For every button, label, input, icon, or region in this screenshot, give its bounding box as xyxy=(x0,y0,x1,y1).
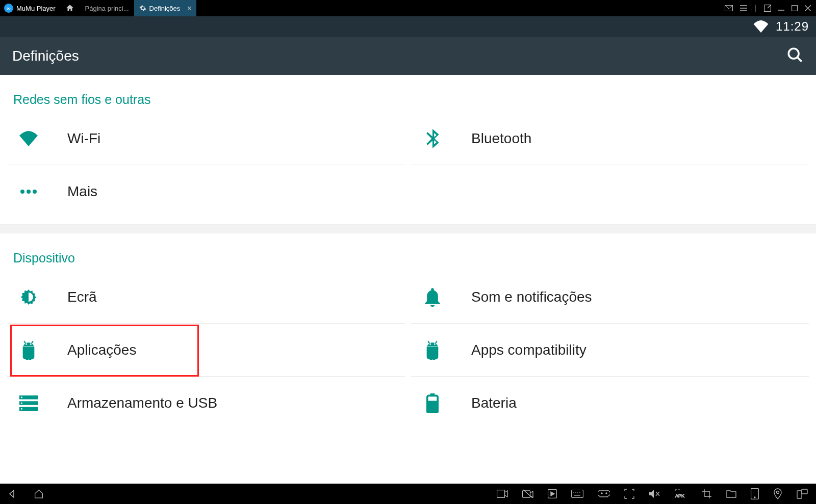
settings-item-wifi[interactable]: Wi-Fi xyxy=(7,112,405,165)
settings-item-label: Som e notificações xyxy=(471,289,592,305)
home-icon[interactable] xyxy=(60,4,80,13)
tab-home-label: Página princi... xyxy=(85,5,129,12)
settings-content: Redes sem fios e outras Wi-Fi Bluetooth xyxy=(0,75,816,484)
tab-close-icon[interactable]: × xyxy=(187,4,191,12)
svg-text:APK: APK xyxy=(675,493,684,498)
settings-item-label: Ecrã xyxy=(67,289,97,305)
app-bar: Definições xyxy=(0,37,816,75)
android-icon xyxy=(421,340,444,360)
svg-rect-47 xyxy=(802,489,807,494)
android-icon xyxy=(17,340,40,360)
settings-item-label: Wi-Fi xyxy=(67,130,100,147)
maximize-icon[interactable] xyxy=(792,5,798,11)
window-controls xyxy=(725,5,816,12)
svg-point-11 xyxy=(20,190,24,194)
storage-icon xyxy=(17,395,40,411)
battery-icon xyxy=(421,393,444,413)
svg-rect-27 xyxy=(497,490,505,498)
location-icon[interactable] xyxy=(773,488,782,499)
gear-icon xyxy=(139,5,146,12)
svg-point-17 xyxy=(434,343,436,344)
settings-item-apps[interactable]: Aplicações xyxy=(7,324,405,377)
camera-off-icon[interactable] xyxy=(522,489,533,498)
svg-line-10 xyxy=(797,57,802,62)
section-header-network: Redes sem fios e outras xyxy=(0,80,816,112)
nav-home-icon[interactable] xyxy=(34,489,44,498)
section-device: Dispositivo Ecrã Som e notificações xyxy=(0,233,816,436)
keyboard-icon[interactable] xyxy=(571,490,583,498)
section-header-device: Dispositivo xyxy=(0,238,816,271)
separator xyxy=(755,5,756,12)
settings-item-storage[interactable]: Armazenamento e USB xyxy=(7,377,405,430)
minimize-icon[interactable] xyxy=(778,5,784,11)
close-icon[interactable] xyxy=(805,5,811,11)
video-icon[interactable] xyxy=(497,490,508,498)
svg-point-9 xyxy=(788,48,799,59)
svg-point-14 xyxy=(26,343,27,344)
rotate-icon[interactable] xyxy=(797,489,808,499)
svg-rect-6 xyxy=(792,6,798,11)
settings-item-label: Mais xyxy=(67,183,97,200)
tab-home[interactable]: Página princi... xyxy=(80,0,134,16)
svg-point-44 xyxy=(754,497,755,498)
focus-icon[interactable] xyxy=(624,489,634,499)
section-network: Redes sem fios e outras Wi-Fi Bluetooth xyxy=(0,75,816,224)
svg-point-22 xyxy=(21,403,22,404)
status-time: 11:29 xyxy=(776,19,809,34)
search-icon[interactable] xyxy=(786,46,804,66)
gamepad-icon[interactable] xyxy=(598,490,610,498)
settings-item-label: Bluetooth xyxy=(471,130,531,147)
more-icon xyxy=(17,189,40,194)
play-icon[interactable] xyxy=(548,489,557,498)
svg-point-23 xyxy=(21,408,22,410)
svg-point-45 xyxy=(777,491,779,494)
volume-mute-icon[interactable] xyxy=(649,489,660,498)
svg-rect-46 xyxy=(797,491,802,498)
page-title: Definições xyxy=(12,48,79,64)
svg-rect-26 xyxy=(427,401,438,413)
bluetooth-icon xyxy=(421,129,444,148)
settings-item-label: Armazenamento e USB xyxy=(67,395,217,411)
mail-icon[interactable] xyxy=(725,5,733,11)
android-status-bar: 11:29 xyxy=(0,16,816,37)
menu-icon[interactable] xyxy=(740,5,747,11)
nav-back-icon[interactable] xyxy=(8,490,16,498)
wifi-icon xyxy=(753,20,769,33)
settings-item-display[interactable]: Ecrã xyxy=(7,271,405,324)
settings-item-label: Aplicações xyxy=(67,342,136,358)
svg-point-16 xyxy=(429,343,431,344)
settings-item-more[interactable]: Mais xyxy=(7,165,405,218)
settings-item-label: Bateria xyxy=(471,395,517,411)
crop-icon[interactable] xyxy=(702,489,712,499)
section-divider xyxy=(0,224,816,233)
app-name: MuMu Player xyxy=(16,5,56,12)
svg-point-21 xyxy=(21,396,22,398)
settings-item-apps-compat[interactable]: Apps compatibility xyxy=(411,324,809,377)
settings-item-sound[interactable]: Som e notificações xyxy=(411,271,809,324)
bell-icon xyxy=(421,287,444,307)
settings-item-battery[interactable]: Bateria xyxy=(411,377,809,430)
fullscreen-icon[interactable] xyxy=(764,5,771,12)
app-logo-icon: ∞ xyxy=(4,4,13,13)
svg-point-37 xyxy=(606,493,607,494)
svg-point-15 xyxy=(30,343,32,344)
settings-item-label: Apps compatibility xyxy=(471,342,586,358)
window-chrome: ∞ MuMu Player Página princi... Definiçõe… xyxy=(0,0,816,16)
svg-point-12 xyxy=(27,190,31,194)
tab-active-label: Definições xyxy=(149,5,181,12)
emulator-bottom-bar: APK xyxy=(0,484,816,504)
tab-active[interactable]: Definições × xyxy=(134,0,197,16)
folder-icon[interactable] xyxy=(726,490,736,498)
device-icon[interactable] xyxy=(751,488,759,499)
display-icon xyxy=(17,288,40,306)
wifi-icon xyxy=(17,131,40,146)
svg-point-13 xyxy=(33,190,37,194)
settings-item-bluetooth[interactable]: Bluetooth xyxy=(411,112,809,165)
svg-rect-31 xyxy=(572,490,583,498)
apk-install-icon[interactable]: APK xyxy=(674,489,687,498)
svg-rect-28 xyxy=(523,491,530,497)
